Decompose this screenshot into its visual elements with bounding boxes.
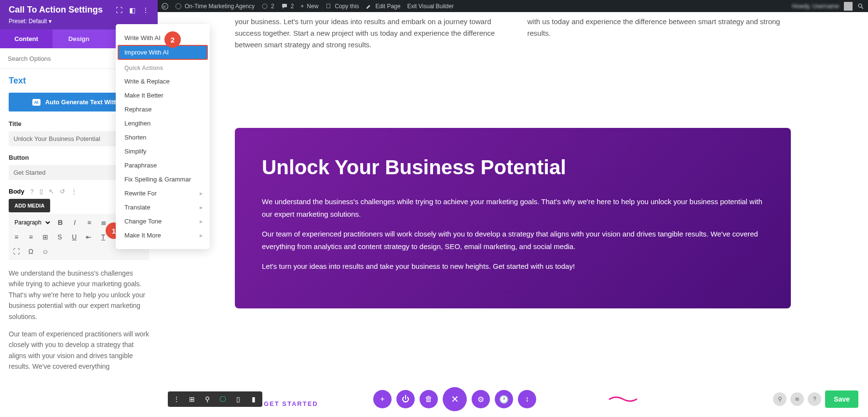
- editor-content[interactable]: We understand the business's challenges …: [9, 260, 149, 387]
- text-module-1[interactable]: your business. Let's turn your ideas int…: [235, 16, 499, 51]
- sort-button[interactable]: ↕: [518, 390, 536, 408]
- help-bottom-icon[interactable]: ?: [808, 392, 821, 406]
- cursor-icon[interactable]: ↖: [49, 188, 54, 195]
- user-avatar[interactable]: [844, 2, 853, 11]
- svg-point-0: [162, 3, 168, 9]
- lengthen[interactable]: Lengthen: [116, 116, 210, 130]
- layers-icon[interactable]: ≋: [790, 392, 804, 406]
- cta-module[interactable]: Unlock Your Business Potential We unders…: [235, 128, 791, 308]
- phone-icon[interactable]: ▮: [249, 394, 258, 404]
- add-button[interactable]: +: [373, 390, 392, 408]
- desktop-icon[interactable]: 🖵: [218, 394, 228, 404]
- howdy-user[interactable]: Howdy, Username: [792, 3, 839, 10]
- indent-out-icon[interactable]: ⇤: [83, 231, 95, 243]
- body-label: Body: [9, 188, 25, 195]
- paraphrase[interactable]: Paraphrase: [116, 158, 210, 172]
- edit-page[interactable]: Edit Page: [366, 3, 400, 10]
- shorten[interactable]: Shorten: [116, 130, 210, 144]
- wireframe-icon[interactable]: ⊞: [187, 394, 197, 404]
- table-icon[interactable]: ⊞: [40, 231, 51, 243]
- write-replace[interactable]: Write & Replace: [116, 74, 210, 88]
- panel-title: Call To Action Settings: [9, 5, 103, 15]
- exit-visual-builder[interactable]: Exit Visual Builder: [407, 3, 454, 10]
- write-with-ai[interactable]: Write With AI: [116, 31, 210, 45]
- rephrase[interactable]: Rephrase: [116, 102, 210, 116]
- change-tone[interactable]: Change Tone: [116, 214, 210, 228]
- menu-icon[interactable]: ⋮: [172, 394, 181, 404]
- help-icon[interactable]: ?: [30, 188, 34, 195]
- fullscreen-icon[interactable]: ⛶: [11, 246, 22, 257]
- make-better[interactable]: Make It Better: [116, 88, 210, 102]
- add-media-button[interactable]: ADD MEDIA: [9, 199, 50, 212]
- dock-icon[interactable]: ◧: [129, 6, 136, 14]
- tab-content[interactable]: Content: [0, 29, 53, 48]
- search-icon[interactable]: [857, 3, 864, 10]
- page-canvas: your business. Let's turn your ideas int…: [158, 12, 868, 417]
- quick-actions-header: Quick Actions: [116, 60, 210, 74]
- cta-paragraph-1: We understand the business's challenges …: [262, 195, 764, 220]
- settings-button[interactable]: ⚙: [472, 390, 490, 408]
- save-button[interactable]: Save: [825, 390, 858, 408]
- cta-paragraph-3: Let's turn your ideas into results and t…: [262, 260, 764, 273]
- preset-dropdown[interactable]: Preset: Default ▾: [9, 18, 149, 25]
- align-right-icon[interactable]: ≡: [11, 231, 22, 243]
- annotation-marker-2: 2: [164, 31, 181, 48]
- squiggle-decoration: [609, 394, 637, 404]
- italic-icon[interactable]: I: [69, 217, 81, 228]
- copy-this[interactable]: Copy this: [325, 3, 359, 10]
- simplify[interactable]: Simplify: [116, 144, 210, 158]
- tab-design[interactable]: Design: [53, 29, 105, 48]
- device-icon[interactable]: ▯: [40, 188, 43, 195]
- rewrite-for[interactable]: Rewrite For: [116, 186, 210, 200]
- make-it-more[interactable]: Make It More: [116, 228, 210, 242]
- ul-icon[interactable]: ≡: [83, 217, 95, 228]
- svg-point-3: [858, 4, 862, 7]
- bold-icon[interactable]: B: [54, 217, 66, 228]
- emoji-icon[interactable]: ☺: [40, 246, 51, 257]
- options-icon[interactable]: ⋮: [71, 188, 77, 195]
- new-menu[interactable]: + New: [300, 3, 318, 10]
- site-name[interactable]: On-Time Marketing Agency: [175, 3, 255, 10]
- updates-count[interactable]: 2: [261, 3, 274, 10]
- align-justify-icon[interactable]: ≡: [25, 231, 37, 243]
- svg-line-4: [861, 7, 863, 9]
- tablet-icon[interactable]: ▯: [233, 394, 243, 404]
- strike-icon[interactable]: S: [54, 231, 66, 243]
- view-controls: ⋮ ⊞ ⚲ 🖵 ▯ ▮: [168, 391, 262, 407]
- svg-point-1: [176, 3, 181, 9]
- cta-paragraph-2: Our team of experienced practitioners wi…: [262, 228, 764, 252]
- zoom-icon[interactable]: ⚲: [203, 394, 212, 404]
- expand-icon[interactable]: ⛶: [116, 6, 122, 14]
- cta-title: Unlock Your Business Potential: [262, 156, 764, 179]
- ai-badge: AI: [32, 99, 41, 106]
- improve-with-ai[interactable]: Improve With AI: [118, 45, 208, 60]
- translate[interactable]: Translate: [116, 200, 210, 214]
- search-bottom-icon[interactable]: ⚲: [773, 392, 787, 406]
- ai-dropdown: Write With AI Improve With AI Quick Acti…: [116, 24, 210, 249]
- builder-bottom-bar: ⋮ ⊞ ⚲ 🖵 ▯ ▮ + ⏻ 🗑 ✕ ⚙ 🕐 ↕ ⚲ ≋ ? Save: [168, 387, 858, 411]
- more-icon[interactable]: ⋮: [142, 6, 149, 14]
- comments-count[interactable]: 2: [281, 3, 294, 10]
- trash-button[interactable]: 🗑: [420, 390, 438, 408]
- text-module-2[interactable]: with us today and experience the differe…: [528, 16, 791, 51]
- history-button[interactable]: 🕐: [495, 390, 513, 408]
- wp-logo-icon[interactable]: [162, 3, 168, 10]
- omega-icon[interactable]: Ω: [25, 246, 37, 257]
- paragraph-select[interactable]: Paragraph: [11, 217, 52, 228]
- undo-icon[interactable]: ↺: [60, 188, 65, 195]
- svg-rect-2: [327, 4, 330, 8]
- wp-admin-bar: On-Time Marketing Agency 2 2 + New Copy …: [158, 0, 868, 12]
- fix-spelling[interactable]: Fix Spelling & Grammar: [116, 172, 210, 186]
- close-builder-button[interactable]: ✕: [443, 387, 467, 411]
- power-button[interactable]: ⏻: [396, 390, 415, 408]
- underline-icon[interactable]: U: [68, 231, 80, 243]
